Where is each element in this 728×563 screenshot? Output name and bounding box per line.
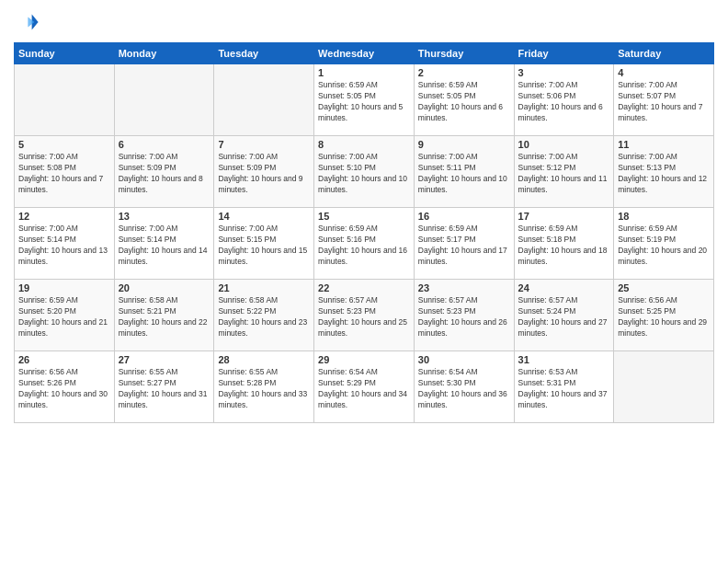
logo	[14, 9, 43, 35]
day-info: Sunrise: 7:00 AM Sunset: 5:12 PM Dayligh…	[518, 152, 610, 196]
day-info: Sunrise: 6:53 AM Sunset: 5:31 PM Dayligh…	[518, 367, 610, 411]
calendar-cell: 19 Sunrise: 6:59 AM Sunset: 5:20 PM Dayl…	[15, 280, 115, 351]
weekday-header: Monday	[114, 43, 214, 64]
day-info: Sunrise: 6:57 AM Sunset: 5:24 PM Dayligh…	[518, 295, 610, 339]
calendar-cell: 11 Sunrise: 7:00 AM Sunset: 5:13 PM Dayl…	[614, 136, 714, 208]
calendar-week-row: 5 Sunrise: 7:00 AM Sunset: 5:08 PM Dayli…	[15, 136, 714, 208]
day-info: Sunrise: 7:00 AM Sunset: 5:14 PM Dayligh…	[18, 224, 110, 268]
calendar-cell	[614, 351, 714, 423]
calendar-cell: 24 Sunrise: 6:57 AM Sunset: 5:24 PM Dayl…	[514, 280, 614, 351]
day-info: Sunrise: 7:00 AM Sunset: 5:09 PM Dayligh…	[119, 152, 210, 196]
day-info: Sunrise: 6:55 AM Sunset: 5:27 PM Dayligh…	[119, 367, 210, 411]
day-info: Sunrise: 6:59 AM Sunset: 5:19 PM Dayligh…	[618, 224, 710, 268]
day-number: 31	[518, 354, 610, 365]
day-info: Sunrise: 6:59 AM Sunset: 5:05 PM Dayligh…	[418, 80, 510, 124]
calendar-cell	[214, 64, 314, 136]
day-number: 11	[618, 139, 710, 150]
day-info: Sunrise: 6:59 AM Sunset: 5:18 PM Dayligh…	[518, 224, 610, 268]
day-number: 23	[418, 282, 510, 293]
calendar-cell	[114, 64, 214, 136]
day-info: Sunrise: 7:00 AM Sunset: 5:06 PM Dayligh…	[518, 80, 610, 124]
day-info: Sunrise: 6:57 AM Sunset: 5:23 PM Dayligh…	[418, 295, 510, 339]
calendar-cell: 23 Sunrise: 6:57 AM Sunset: 5:23 PM Dayl…	[414, 280, 514, 351]
calendar-cell: 10 Sunrise: 7:00 AM Sunset: 5:12 PM Dayl…	[514, 136, 614, 208]
day-number: 18	[618, 211, 710, 222]
day-number: 2	[418, 67, 510, 78]
calendar-cell: 2 Sunrise: 6:59 AM Sunset: 5:05 PM Dayli…	[414, 64, 514, 136]
calendar-cell: 8 Sunrise: 7:00 AM Sunset: 5:10 PM Dayli…	[314, 136, 415, 208]
calendar-cell: 15 Sunrise: 6:59 AM Sunset: 5:16 PM Dayl…	[314, 208, 415, 280]
calendar-table: SundayMondayTuesdayWednesdayThursdayFrid…	[14, 42, 714, 423]
day-info: Sunrise: 6:59 AM Sunset: 5:16 PM Dayligh…	[318, 224, 410, 268]
weekday-header: Thursday	[414, 43, 514, 64]
weekday-header: Sunday	[15, 43, 115, 64]
day-number: 15	[318, 211, 410, 222]
calendar-cell: 9 Sunrise: 7:00 AM Sunset: 5:11 PM Dayli…	[414, 136, 514, 208]
day-info: Sunrise: 7:00 AM Sunset: 5:08 PM Dayligh…	[18, 152, 110, 196]
day-info: Sunrise: 6:55 AM Sunset: 5:28 PM Dayligh…	[218, 367, 310, 411]
day-number: 12	[18, 211, 110, 222]
calendar-page: SundayMondayTuesdayWednesdayThursdayFrid…	[0, 0, 728, 563]
weekday-header: Saturday	[614, 43, 714, 64]
calendar-cell: 26 Sunrise: 6:56 AM Sunset: 5:26 PM Dayl…	[15, 351, 115, 423]
day-info: Sunrise: 6:57 AM Sunset: 5:23 PM Dayligh…	[318, 295, 410, 339]
day-info: Sunrise: 7:00 AM Sunset: 5:09 PM Dayligh…	[218, 152, 310, 196]
header	[14, 9, 714, 35]
day-number: 25	[618, 282, 710, 293]
day-info: Sunrise: 6:54 AM Sunset: 5:30 PM Dayligh…	[418, 367, 510, 411]
day-number: 1	[318, 67, 410, 78]
day-number: 14	[218, 211, 310, 222]
day-number: 6	[119, 139, 210, 150]
day-number: 10	[518, 139, 610, 150]
day-number: 21	[218, 282, 310, 293]
calendar-cell: 1 Sunrise: 6:59 AM Sunset: 5:05 PM Dayli…	[314, 64, 415, 136]
day-info: Sunrise: 7:00 AM Sunset: 5:13 PM Dayligh…	[618, 152, 710, 196]
day-info: Sunrise: 6:56 AM Sunset: 5:25 PM Dayligh…	[618, 295, 710, 339]
day-number: 4	[618, 67, 710, 78]
day-info: Sunrise: 6:59 AM Sunset: 5:17 PM Dayligh…	[418, 224, 510, 268]
day-number: 5	[18, 139, 110, 150]
calendar-cell: 7 Sunrise: 7:00 AM Sunset: 5:09 PM Dayli…	[214, 136, 314, 208]
logo-icon	[14, 9, 40, 35]
day-number: 27	[119, 354, 210, 365]
calendar-cell: 16 Sunrise: 6:59 AM Sunset: 5:17 PM Dayl…	[414, 208, 514, 280]
calendar-cell: 31 Sunrise: 6:53 AM Sunset: 5:31 PM Dayl…	[514, 351, 614, 423]
calendar-week-row: 19 Sunrise: 6:59 AM Sunset: 5:20 PM Dayl…	[15, 280, 714, 351]
calendar-cell: 17 Sunrise: 6:59 AM Sunset: 5:18 PM Dayl…	[514, 208, 614, 280]
day-number: 9	[418, 139, 510, 150]
day-info: Sunrise: 6:59 AM Sunset: 5:05 PM Dayligh…	[318, 80, 410, 124]
calendar-cell: 21 Sunrise: 6:58 AM Sunset: 5:22 PM Dayl…	[214, 280, 314, 351]
calendar-cell: 12 Sunrise: 7:00 AM Sunset: 5:14 PM Dayl…	[15, 208, 115, 280]
calendar-cell: 25 Sunrise: 6:56 AM Sunset: 5:25 PM Dayl…	[614, 280, 714, 351]
day-number: 29	[318, 354, 410, 365]
day-number: 30	[418, 354, 510, 365]
calendar-week-row: 1 Sunrise: 6:59 AM Sunset: 5:05 PM Dayli…	[15, 64, 714, 136]
calendar-cell: 14 Sunrise: 7:00 AM Sunset: 5:15 PM Dayl…	[214, 208, 314, 280]
day-info: Sunrise: 6:54 AM Sunset: 5:29 PM Dayligh…	[318, 367, 410, 411]
calendar-cell: 4 Sunrise: 7:00 AM Sunset: 5:07 PM Dayli…	[614, 64, 714, 136]
calendar-cell: 28 Sunrise: 6:55 AM Sunset: 5:28 PM Dayl…	[214, 351, 314, 423]
day-number: 7	[218, 139, 310, 150]
day-info: Sunrise: 7:00 AM Sunset: 5:15 PM Dayligh…	[218, 224, 310, 268]
day-number: 26	[18, 354, 110, 365]
weekday-header-row: SundayMondayTuesdayWednesdayThursdayFrid…	[15, 43, 714, 64]
weekday-header: Tuesday	[214, 43, 314, 64]
day-number: 28	[218, 354, 310, 365]
day-info: Sunrise: 6:58 AM Sunset: 5:21 PM Dayligh…	[119, 295, 210, 339]
day-info: Sunrise: 6:56 AM Sunset: 5:26 PM Dayligh…	[18, 367, 110, 411]
day-number: 22	[318, 282, 410, 293]
day-info: Sunrise: 7:00 AM Sunset: 5:11 PM Dayligh…	[418, 152, 510, 196]
day-number: 20	[119, 282, 210, 293]
day-number: 16	[418, 211, 510, 222]
day-info: Sunrise: 7:00 AM Sunset: 5:14 PM Dayligh…	[119, 224, 210, 268]
calendar-week-row: 12 Sunrise: 7:00 AM Sunset: 5:14 PM Dayl…	[15, 208, 714, 280]
calendar-cell: 29 Sunrise: 6:54 AM Sunset: 5:29 PM Dayl…	[314, 351, 415, 423]
calendar-cell: 5 Sunrise: 7:00 AM Sunset: 5:08 PM Dayli…	[15, 136, 115, 208]
calendar-cell: 18 Sunrise: 6:59 AM Sunset: 5:19 PM Dayl…	[614, 208, 714, 280]
weekday-header: Friday	[514, 43, 614, 64]
weekday-header: Wednesday	[314, 43, 415, 64]
day-info: Sunrise: 6:59 AM Sunset: 5:20 PM Dayligh…	[18, 295, 110, 339]
day-info: Sunrise: 6:58 AM Sunset: 5:22 PM Dayligh…	[218, 295, 310, 339]
calendar-cell: 6 Sunrise: 7:00 AM Sunset: 5:09 PM Dayli…	[114, 136, 214, 208]
day-number: 24	[518, 282, 610, 293]
